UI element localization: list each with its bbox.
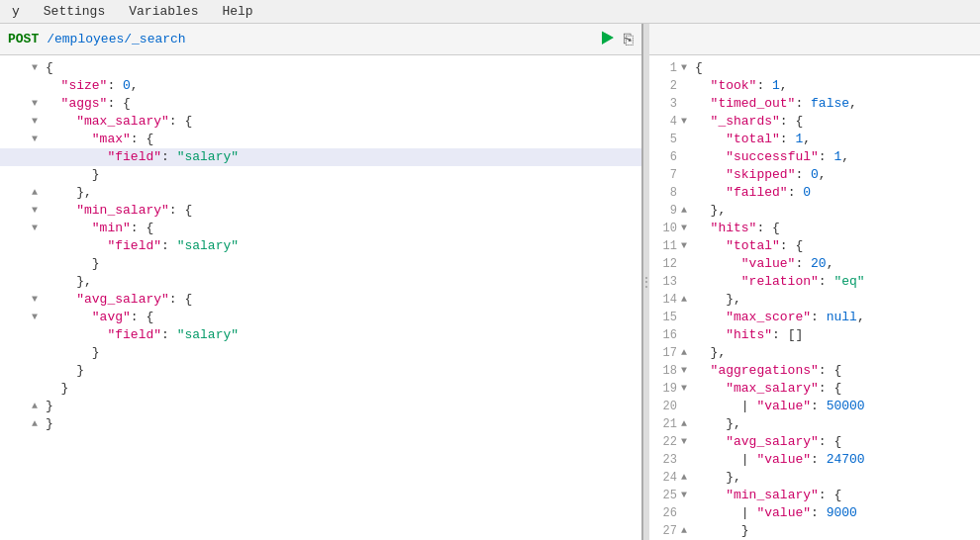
left-line-6: "field": "salary" [0, 148, 641, 166]
right-line-17: 17 ▲ }, [649, 344, 980, 362]
left-line-17: } [0, 344, 641, 362]
run-button[interactable] [598, 30, 618, 49]
right-line-21: 21 ▲ }, [649, 415, 980, 433]
menu-settings[interactable]: Settings [40, 2, 109, 21]
right-line-24: 24 ▲ }, [649, 469, 980, 487]
left-line-12: } [0, 255, 641, 273]
http-method: POST [8, 32, 39, 46]
right-line-23: 23 | "value": 24700 [649, 451, 980, 469]
copy-button[interactable]: ⎘ [624, 31, 634, 48]
left-line-19: } [0, 380, 641, 398]
left-line-21: ▲ } [0, 415, 641, 433]
right-line-19: 19 ▼ "max_salary": { [649, 380, 980, 398]
left-line-9: ▼ "min_salary": { [0, 202, 641, 220]
left-line-18: } [0, 362, 641, 380]
left-line-2: "size": 0, [0, 77, 641, 95]
right-line-25: 25 ▼ "min_salary": { [649, 487, 980, 504]
left-code-editor[interactable]: ▼ { "size": 0, ▼ "aggs": { ▼ "max_salary… [0, 55, 641, 540]
right-code-editor[interactable]: 1 ▼ { 2 "took": 1, 3 "timed_out": false,… [649, 55, 980, 540]
left-line-20: ▲ } [0, 398, 641, 415]
left-line-8: ▲ }, [0, 184, 641, 202]
right-line-16: 16 "hits": [] [649, 326, 980, 344]
right-line-14: 14 ▲ }, [649, 291, 980, 309]
left-line-3: ▼ "aggs": { [0, 95, 641, 113]
right-panel: 1 ▼ { 2 "took": 1, 3 "timed_out": false,… [649, 24, 980, 540]
left-line-10: ▼ "min": { [0, 220, 641, 237]
right-line-1: 1 ▼ { [649, 59, 980, 77]
right-header [649, 24, 980, 55]
svg-marker-0 [602, 31, 614, 45]
left-line-14: ▼ "avg_salary": { [0, 291, 641, 309]
right-line-9: 9 ▲ }, [649, 202, 980, 220]
menu-variables[interactable]: Variables [125, 2, 202, 21]
url-path: /employees/_search [47, 32, 590, 46]
url-actions: ⎘ [598, 30, 634, 49]
right-line-8: 8 "failed": 0 [649, 184, 980, 202]
left-line-15: ▼ "avg": { [0, 309, 641, 326]
menu-y[interactable]: y [8, 2, 24, 21]
left-line-7: } [0, 166, 641, 184]
left-panel: POST /employees/_search ⎘ ▼ { "size": 0 [0, 24, 643, 540]
left-line-16: "field": "salary" [0, 326, 641, 344]
right-line-13: 13 "relation": "eq" [649, 273, 980, 291]
right-line-10: 10 ▼ "hits": { [649, 220, 980, 237]
left-line-11: "field": "salary" [0, 237, 641, 255]
right-line-4: 4 ▼ "_shards": { [649, 113, 980, 131]
right-line-5: 5 "total": 1, [649, 131, 980, 148]
left-line-13: }, [0, 273, 641, 291]
right-line-15: 15 "max_score": null, [649, 309, 980, 326]
url-bar: POST /employees/_search ⎘ [0, 24, 641, 55]
right-line-11: 11 ▼ "total": { [649, 237, 980, 255]
right-line-26: 26 | "value": 9000 [649, 504, 980, 522]
left-line-1: ▼ { [0, 59, 641, 77]
right-line-6: 6 "successful": 1, [649, 148, 980, 166]
right-line-7: 7 "skipped": 0, [649, 166, 980, 184]
left-line-4: ▼ "max_salary": { [0, 113, 641, 131]
menu-help[interactable]: Help [218, 2, 256, 21]
main-content: POST /employees/_search ⎘ ▼ { "size": 0 [0, 24, 980, 540]
menu-bar: y Settings Variables Help [0, 0, 980, 24]
right-line-2: 2 "took": 1, [649, 77, 980, 95]
right-line-12: 12 "value": 20, [649, 255, 980, 273]
right-line-20: 20 | "value": 50000 [649, 398, 980, 415]
right-line-27: 27 ▲ } [649, 522, 980, 540]
right-line-22: 22 ▼ "avg_salary": { [649, 433, 980, 451]
left-line-5: ▼ "max": { [0, 131, 641, 148]
right-line-18: 18 ▼ "aggregations": { [649, 362, 980, 380]
right-line-3: 3 "timed_out": false, [649, 95, 980, 113]
